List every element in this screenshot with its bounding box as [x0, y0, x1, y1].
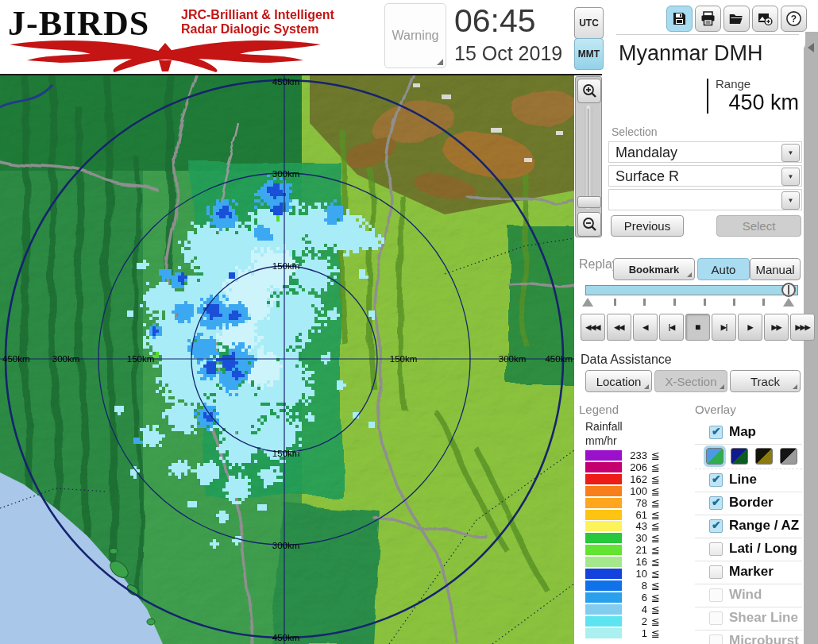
open-file-button[interactable]: [723, 6, 750, 32]
warning-button[interactable]: Warning: [384, 3, 446, 68]
site-dropdown[interactable]: Mandalay ▼: [608, 141, 802, 163]
legend-lte-symbol: ≦: [651, 449, 660, 461]
selection-label: Selection: [612, 125, 658, 138]
manual-button[interactable]: Manual: [750, 258, 801, 280]
line-checkbox[interactable]: [709, 473, 723, 487]
overlay-item-lati-long[interactable]: Lati / Long: [695, 538, 802, 561]
option-dropdown[interactable]: ▼: [608, 189, 802, 210]
replay-slider-handle[interactable]: [781, 283, 796, 297]
track-button[interactable]: Track: [730, 370, 801, 392]
chevron-down-icon[interactable]: ▼: [781, 191, 800, 210]
skip-start-button[interactable]: |◀: [659, 314, 684, 341]
range-value: 450 km: [728, 91, 799, 115]
step-back-button[interactable]: ◀: [633, 314, 658, 341]
slider-tick: [643, 299, 646, 306]
range-az-checkbox[interactable]: [709, 519, 723, 533]
xsection-label: X-Section: [665, 375, 716, 388]
bookmark-button[interactable]: Bookmark: [613, 258, 695, 280]
map-zoom-control: [575, 76, 602, 237]
product-dropdown[interactable]: Surface R ▼: [608, 165, 802, 187]
rewind-button[interactable]: ◀◀: [607, 314, 631, 341]
marker-checkbox[interactable]: [709, 565, 723, 579]
ring-label: 450km: [2, 354, 30, 364]
legend-row: 233≦: [581, 449, 676, 461]
auto-button[interactable]: Auto: [697, 258, 750, 280]
replay-slider-track[interactable]: [585, 285, 798, 295]
location-button[interactable]: Location: [585, 370, 652, 392]
previous-button[interactable]: Previous: [611, 215, 684, 237]
overlay-item-range-az[interactable]: Range / AZ: [695, 515, 802, 538]
help-button[interactable]: ?: [781, 6, 807, 32]
overlay-item-border[interactable]: Border: [695, 492, 802, 515]
skip-end-button[interactable]: ▶|: [712, 314, 736, 341]
forward-fast-button[interactable]: ▶▶▶: [790, 314, 815, 341]
xsection-button[interactable]: X-Section: [654, 370, 727, 392]
collapse-panel-arrow-icon[interactable]: [808, 43, 814, 52]
legend-value: 8: [615, 580, 647, 592]
stop-button[interactable]: ■: [685, 314, 710, 341]
legend-row: 21≦: [581, 544, 676, 556]
mmt-button[interactable]: MMT: [574, 38, 604, 70]
legend-lte-symbol: ≦: [651, 556, 660, 568]
select-button[interactable]: Select: [716, 215, 801, 237]
zoom-out-icon: [581, 217, 597, 233]
legend-value: 1: [615, 627, 647, 639]
map-style-swatch-2[interactable]: [731, 448, 748, 465]
print-button[interactable]: [695, 6, 721, 32]
overlay-item-wind[interactable]: Wind: [695, 584, 802, 607]
legend-value: 100: [615, 485, 647, 497]
legend-row: 43≦: [581, 520, 676, 532]
chevron-down-icon[interactable]: ▼: [781, 144, 800, 162]
radar-map[interactable]: 450km300km150km150km300km450km450km300km…: [0, 75, 574, 644]
legend-row: 78≦: [581, 497, 676, 509]
border-checkbox[interactable]: [709, 496, 723, 510]
utc-button[interactable]: UTC: [574, 7, 604, 39]
app-logo: J-BIRDS JRC-Brilliant & Intelligent Rada…: [8, 2, 326, 73]
map-checkbox[interactable]: [709, 426, 723, 439]
data-assistance-label: Data Assistance: [581, 353, 672, 367]
zoom-out-button[interactable]: [577, 212, 601, 237]
save-button[interactable]: [666, 6, 693, 32]
shear-line-checkbox: [709, 611, 723, 625]
overlay-item-shear-line[interactable]: Shear Line: [695, 607, 802, 631]
overlay-item-microburst[interactable]: Microburst: [695, 631, 802, 644]
rewind-fast-button[interactable]: ◀◀◀: [581, 314, 605, 341]
range-divider: [707, 79, 708, 114]
legend-value: 2: [615, 615, 647, 627]
map-style-swatch-1[interactable]: [706, 448, 723, 465]
zoom-slider-track[interactable]: [585, 106, 592, 209]
map-style-swatch-4[interactable]: [780, 448, 797, 465]
map-label: Map: [729, 424, 756, 440]
mmt-label: MMT: [578, 48, 600, 60]
legend-lte-symbol: ≦: [651, 627, 660, 639]
product-dropdown-value: Surface R: [615, 168, 679, 185]
lati-long-label: Lati / Long: [729, 541, 797, 557]
eagle-logo-icon: [8, 38, 322, 73]
slider-tick: [614, 299, 616, 306]
site-dropdown-value: Mandalay: [615, 145, 677, 161]
legend-label: Legend: [579, 403, 619, 416]
overlay-item-line[interactable]: Line: [695, 469, 802, 492]
forward-button[interactable]: ▶▶: [764, 314, 789, 341]
lati-long-checkbox[interactable]: [709, 542, 723, 556]
play-button[interactable]: ▶: [738, 314, 762, 341]
add-image-button[interactable]: [752, 6, 778, 32]
legend-value: 16: [615, 556, 647, 568]
overlay-item-marker[interactable]: Marker: [695, 561, 802, 584]
zoom-slider-handle[interactable]: [577, 196, 601, 208]
legend-value: 43: [615, 520, 647, 532]
auto-label: Auto: [712, 263, 736, 276]
map-style-swatch-3[interactable]: [755, 448, 773, 465]
utc-label: UTC: [579, 17, 599, 29]
legend-lte-symbol: ≦: [651, 461, 660, 473]
overlay-item-map[interactable]: Map: [695, 422, 802, 445]
select-label: Select: [743, 219, 776, 233]
legend-row: 61≦: [581, 509, 676, 521]
chevron-down-icon[interactable]: ▼: [781, 168, 800, 186]
range-az-label: Range / AZ: [729, 518, 799, 534]
legend-lte-symbol: ≦: [651, 509, 660, 521]
slider-tick: [673, 299, 676, 306]
legend-value: 30: [615, 532, 647, 544]
zoom-in-button[interactable]: [577, 79, 601, 103]
legend-row: 8≦: [581, 580, 676, 592]
